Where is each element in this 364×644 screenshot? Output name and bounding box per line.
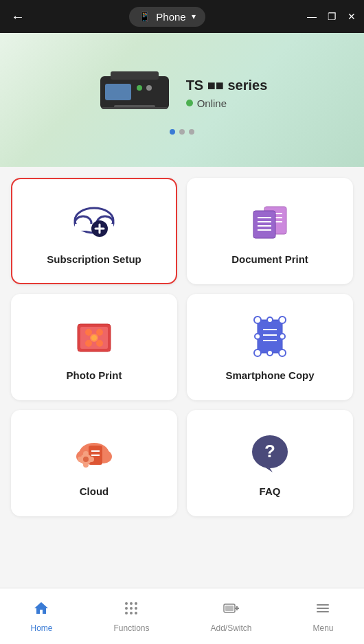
smartphone-copy-label: Smartphone Copy [225,369,314,381]
device-label: Phone [156,11,185,23]
svg-point-29 [96,340,103,347]
grid-item-subscription-setup[interactable]: Subscription Setup [11,178,177,284]
printer-name: TS ■■ series [186,78,268,93]
nav-item-functions[interactable]: Functions [102,595,160,639]
grid-item-smartphone-copy[interactable]: Smartphone Copy [187,294,353,400]
faq-label: FAQ [260,485,281,497]
title-bar: ← 📱 Phone ▾ — ❐ ✕ [0,0,364,33]
svg-rect-31 [258,320,282,353]
svg-point-40 [255,334,260,339]
svg-rect-71 [317,604,329,606]
close-button[interactable]: ✕ [348,11,356,22]
svg-point-28 [85,340,92,347]
hero-section: TS ■■ series Online [0,33,364,167]
svg-rect-18 [253,211,275,238]
faq-icon: ? [245,432,295,476]
printer-image [97,66,172,121]
bottom-navigation: Home Functions Add/Switch [0,588,364,644]
carousel-dots [170,129,194,135]
smartphone-copy-icon [245,316,295,360]
back-button[interactable]: ← [8,6,27,27]
printer-info: TS ■■ series Online [186,78,268,109]
nav-item-home[interactable]: Home [19,595,63,639]
svg-rect-73 [317,611,329,612]
grid-item-faq[interactable]: ? FAQ [187,410,353,516]
svg-point-52 [83,462,89,468]
document-print-label: Document Print [231,253,308,265]
svg-point-38 [279,349,286,356]
svg-point-66 [135,612,137,614]
svg-point-41 [280,334,285,339]
svg-rect-70 [225,606,234,611]
svg-point-27 [96,329,103,336]
cloud-icon [69,432,119,476]
svg-point-36 [279,317,286,323]
svg-point-50 [83,451,89,457]
svg-point-61 [125,607,128,610]
svg-point-51 [78,457,83,462]
svg-rect-2 [105,84,131,100]
functions-label: Functions [113,623,149,633]
home-label: Home [30,623,52,633]
svg-point-35 [254,317,261,323]
grid-item-cloud[interactable]: Cloud [11,410,177,516]
svg-rect-72 [317,608,329,609]
svg-point-39 [267,317,273,323]
grid-item-photo-print[interactable]: Photo Print [11,294,177,400]
chevron-down-icon: ▾ [192,12,196,21]
svg-point-64 [125,612,128,614]
restore-button[interactable]: ❐ [328,11,337,22]
add-switch-icon [223,600,239,621]
status-indicator [186,100,193,106]
dot-1[interactable] [170,129,175,135]
svg-text:?: ? [264,441,275,461]
svg-point-62 [130,607,133,610]
svg-point-60 [135,602,137,605]
dot-3[interactable] [189,129,194,135]
photo-print-label: Photo Print [67,369,122,381]
svg-point-26 [85,329,92,336]
document-print-icon [245,200,295,244]
cloud-label: Cloud [80,485,109,497]
svg-point-53 [89,457,94,462]
menu-icon [315,600,331,621]
subscription-setup-icon [69,200,119,244]
svg-point-3 [137,85,142,91]
svg-point-59 [130,602,133,605]
svg-point-37 [254,349,261,356]
svg-point-4 [146,85,152,91]
svg-point-30 [91,335,97,341]
functions-icon [123,600,139,621]
svg-point-63 [135,607,137,610]
svg-rect-1 [111,71,159,80]
minimize-button[interactable]: — [307,11,317,22]
menu-label: Menu [312,623,333,633]
device-selector[interactable]: 📱 Phone ▾ [129,7,205,27]
svg-point-58 [125,602,128,605]
svg-rect-6 [102,107,167,109]
function-grid: Subscription Setup Document Print [0,167,364,516]
svg-point-54 [83,457,89,462]
grid-item-document-print[interactable]: Document Print [187,178,353,284]
nav-item-add-switch[interactable]: Add/Switch [199,595,262,639]
dot-2[interactable] [179,129,185,135]
nav-item-menu[interactable]: Menu [302,595,344,639]
home-icon [33,600,49,621]
phone-icon: 📱 [139,11,150,22]
add-switch-label: Add/Switch [210,623,251,633]
svg-point-65 [130,612,133,614]
photo-print-icon [69,316,119,360]
subscription-setup-label: Subscription Setup [47,253,141,265]
svg-point-42 [267,350,273,356]
status-text: Online [197,97,227,109]
